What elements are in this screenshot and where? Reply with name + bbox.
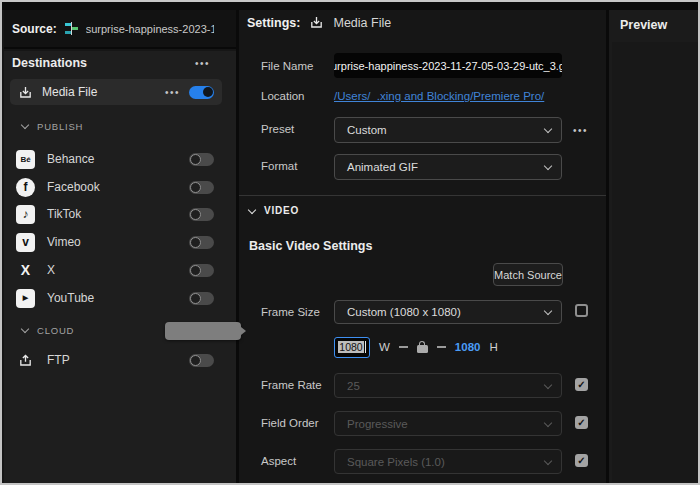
width-unit-label: W — [379, 341, 390, 353]
media-file-download-icon — [18, 85, 33, 100]
x-toggle[interactable] — [189, 264, 214, 277]
x-icon: X — [16, 261, 35, 280]
source-sequence-name: surprise-happiness-2023-11-27-05-03... — [86, 23, 214, 35]
frame-rate-value: 25 — [347, 380, 360, 392]
destinations-title: Destinations — [12, 56, 87, 70]
ftp-label: FTP — [47, 353, 177, 367]
field-order-label: Field Order — [261, 417, 319, 429]
format-value: Animated GIF — [347, 161, 418, 173]
video-section-header[interactable]: VIDEO — [249, 205, 299, 216]
location-label: Location — [261, 90, 304, 102]
youtube-icon: ▶ — [16, 289, 35, 308]
destination-ftp[interactable]: FTP — [10, 350, 222, 370]
file-name-label: File Name — [261, 60, 313, 72]
frame-size-select[interactable]: Custom (1080 x 1080) — [334, 300, 562, 324]
vimeo-icon: v — [16, 233, 35, 252]
destination-tiktok[interactable]: ♪ TikTok — [10, 204, 222, 224]
width-value-selected: 1080 — [338, 341, 363, 353]
chevron-down-icon — [21, 121, 29, 129]
destinations-menu-button[interactable]: ••• — [195, 58, 210, 69]
chevron-down-icon — [544, 125, 552, 133]
cloud-group-header[interactable]: CLOUD — [22, 325, 74, 336]
text-cursor — [365, 341, 366, 353]
publish-group-label: PUBLISH — [37, 121, 83, 132]
frame-rate-label: Frame Rate — [261, 379, 322, 391]
preset-menu-button[interactable]: ••• — [573, 125, 588, 136]
format-label: Format — [261, 160, 297, 172]
tiktok-icon: ♪ — [16, 205, 35, 224]
chevron-down-icon — [544, 162, 552, 170]
frame-rate-checkbox[interactable]: ✓ — [575, 378, 588, 391]
behance-label: Behance — [47, 152, 177, 166]
ftp-upload-icon — [16, 351, 35, 370]
media-file-toggle[interactable] — [189, 86, 214, 99]
frame-size-label: Frame Size — [261, 306, 320, 318]
field-order-checkbox[interactable]: ✓ — [575, 416, 588, 429]
destination-youtube[interactable]: ▶ YouTube — [10, 288, 222, 308]
frame-dimensions-row: 1080 W 1080 H — [334, 336, 498, 358]
vimeo-label: Vimeo — [47, 235, 177, 249]
file-name-input[interactable]: surprise-happiness-2023-11-27-05-03-29-u… — [334, 53, 562, 78]
preview-viewport — [612, 42, 698, 482]
sequence-icon — [64, 21, 79, 36]
tiktok-label: TikTok — [47, 207, 177, 221]
publish-group-header[interactable]: PUBLISH — [22, 121, 83, 132]
settings-label: Settings: — [247, 16, 300, 30]
facebook-label: Facebook — [47, 180, 177, 194]
aspect-value: Square Pixels (1.0) — [347, 456, 445, 468]
destination-behance[interactable]: Bé Behance — [10, 149, 222, 169]
field-order-select: Progressive — [334, 411, 562, 436]
behance-icon: Bé — [16, 150, 35, 169]
chevron-down-icon — [544, 457, 552, 465]
link-dash-left — [399, 346, 408, 348]
video-frame-size-tooltip — [165, 322, 241, 340]
match-source-button[interactable]: Match Source — [493, 263, 563, 286]
section-divider — [239, 195, 606, 196]
youtube-toggle[interactable] — [189, 292, 214, 305]
source-label: Source: — [12, 22, 57, 36]
frame-size-value: Custom (1080 x 1080) — [347, 306, 461, 318]
height-value[interactable]: 1080 — [455, 341, 481, 353]
destination-x[interactable]: X X — [10, 260, 222, 280]
facebook-toggle[interactable] — [189, 181, 214, 194]
chevron-down-icon — [21, 325, 29, 333]
aspect-checkbox[interactable]: ✓ — [575, 454, 588, 467]
source-header: Source: surprise-happiness-2023-11-27-05… — [4, 10, 236, 49]
media-file-menu-button[interactable]: ••• — [165, 87, 180, 98]
tiktok-toggle[interactable] — [189, 208, 214, 221]
export-settings-window: Source: surprise-happiness-2023-11-27-05… — [0, 0, 700, 485]
vimeo-toggle[interactable] — [189, 236, 214, 249]
window-top-strip — [2, 2, 698, 10]
preset-value: Custom — [347, 124, 387, 136]
destination-media-file[interactable]: Media File ••• — [10, 79, 222, 105]
x-label: X — [47, 263, 177, 277]
location-link[interactable]: /Users/_.xing and Blocking/Premiere Pro/ — [334, 90, 544, 102]
basic-video-settings-title: Basic Video Settings — [249, 239, 372, 253]
frame-size-checkbox[interactable] — [575, 304, 588, 317]
frame-rate-select: 25 — [334, 373, 562, 398]
video-section-label: VIDEO — [264, 205, 299, 216]
aspect-select: Square Pixels (1.0) — [334, 449, 562, 474]
destination-facebook[interactable]: f Facebook — [10, 177, 222, 197]
field-order-value: Progressive — [347, 418, 408, 430]
link-dash-right — [437, 346, 446, 348]
youtube-label: YouTube — [47, 291, 177, 305]
format-select[interactable]: Animated GIF — [334, 154, 562, 180]
chevron-down-icon — [544, 419, 552, 427]
lock-icon[interactable] — [417, 345, 428, 353]
ftp-toggle[interactable] — [189, 354, 214, 367]
facebook-icon: f — [16, 178, 35, 197]
aspect-label: Aspect — [261, 455, 296, 467]
settings-media-file-icon — [309, 15, 324, 30]
settings-destination-name: Media File — [333, 16, 391, 30]
cloud-group-label: CLOUD — [37, 325, 74, 336]
preset-select[interactable]: Custom — [334, 117, 562, 143]
destination-vimeo[interactable]: v Vimeo — [10, 232, 222, 252]
preset-label: Preset — [261, 123, 294, 135]
settings-header: Settings: Media File — [247, 15, 391, 30]
chevron-down-icon — [544, 307, 552, 315]
chevron-down-icon — [248, 205, 256, 213]
width-input[interactable]: 1080 — [334, 337, 370, 358]
media-file-label: Media File — [42, 85, 156, 99]
behance-toggle[interactable] — [189, 153, 214, 166]
